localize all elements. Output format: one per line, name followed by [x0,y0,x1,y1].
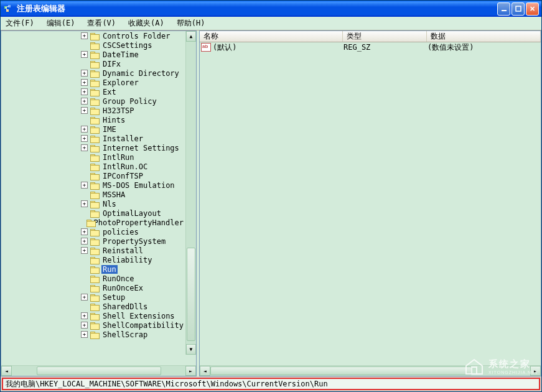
tree-item-label: H323TSP [101,106,136,115]
no-expander [81,60,88,67]
tree-item-label: ShellCompatibility [101,321,185,330]
scroll-left-arrow[interactable]: ◄ [1,366,12,376]
tree-item[interactable]: RunOnceEx [1,283,185,292]
tree-item[interactable]: +Internet Settings [1,143,185,152]
tree-vertical-scrollbar[interactable]: ▲ ▼ [185,31,196,355]
menu-help[interactable]: 帮助(H) [174,17,208,30]
tree-item[interactable]: +Explorer [1,78,185,87]
tree-item-label: MS-DOS Emulation [101,181,176,190]
column-type[interactable]: 类型 [343,31,427,42]
tree-item[interactable]: +Controls Folder [1,31,185,40]
expand-icon[interactable]: + [81,294,88,301]
close-button[interactable]: ✕ [526,2,539,16]
column-data[interactable]: 数据 [427,31,541,42]
tree-item[interactable]: IntlRun.OC [1,162,185,171]
tree-item[interactable]: +H323TSP [1,106,185,115]
scroll-left-arrow[interactable]: ◄ [200,366,210,376]
expand-icon[interactable]: + [81,107,88,114]
scroll-down-arrow[interactable]: ▼ [186,344,196,355]
tree-item[interactable]: Reliability [1,255,185,264]
minimize-button[interactable] [497,2,510,16]
tree-item-label: ShellScrap [101,330,149,339]
no-expander [81,266,88,273]
tree-item[interactable]: +Ext [1,87,185,96]
folder-icon [90,256,100,264]
tree-viewport[interactable]: +Controls FolderCSCSettings+DateTimeDIFx… [1,31,196,365]
scroll-right-arrow[interactable]: ► [530,366,541,376]
expand-icon[interactable]: + [81,200,88,207]
expand-icon[interactable]: + [81,51,88,58]
values-list[interactable]: (默认)REG_SZ(数值未设置) [200,42,541,365]
tree-item[interactable]: +DateTime [1,50,185,59]
menu-file[interactable]: 文件(F) [3,17,37,30]
tree-item[interactable]: +ShellScrap [1,330,185,339]
expand-icon[interactable]: + [81,238,88,245]
column-name[interactable]: 名称 [200,31,343,42]
tree-item[interactable]: +PropertySystem [1,236,185,246]
tree-item-label: MSSHA [101,190,126,199]
tree-item[interactable]: +Group Policy [1,96,185,106]
title-bar[interactable]: 注册表编辑器 ✕ [1,1,541,17]
folder-icon [90,135,100,142]
tree-item[interactable]: Run [1,264,185,274]
expand-icon[interactable]: + [81,144,88,151]
expand-icon[interactable]: + [81,322,88,329]
vscroll-thumb[interactable] [187,248,195,341]
tree-item[interactable]: +Nls [1,199,185,208]
folder-icon [90,144,100,152]
scroll-up-arrow[interactable]: ▲ [186,31,196,42]
menu-edit[interactable]: 编辑(E) [44,17,78,30]
tree-item[interactable]: IntlRun [1,152,185,162]
tree-item[interactable]: +policies [1,227,185,236]
tree-item[interactable]: +Reinstall [1,246,185,255]
tree-item-label: RunOnce [101,274,136,283]
expand-icon[interactable]: + [81,32,88,39]
svg-rect-5 [502,10,507,11]
expand-icon[interactable]: + [81,70,88,77]
tree-item[interactable]: +Shell Extensions [1,311,185,320]
tree-item[interactable]: +Dynamic Directory [1,68,185,78]
scroll-right-arrow[interactable]: ► [185,366,196,376]
hscroll-track[interactable] [210,366,530,376]
expand-icon[interactable]: + [81,228,88,235]
folder-icon [90,163,100,170]
maximize-button[interactable] [512,2,525,16]
hscroll-thumb[interactable] [37,366,161,375]
expand-icon[interactable]: + [81,98,88,105]
values-horizontal-scrollbar[interactable]: ◄ ► [200,365,541,376]
folder-icon [90,228,100,236]
tree-item[interactable]: IPConfTSP [1,171,185,180]
expand-icon[interactable]: + [81,135,88,142]
no-expander [81,172,88,179]
expand-icon[interactable]: + [81,88,88,95]
tree-item[interactable]: SharedDlls [1,302,185,311]
tree-item[interactable]: OptimalLayout [1,208,185,218]
no-expander [81,42,88,49]
expand-icon[interactable]: + [81,331,88,338]
folder-icon [90,210,100,217]
expand-icon[interactable]: + [81,312,88,319]
tree-item[interactable]: PhotoPropertyHandler [1,218,185,227]
expand-icon[interactable]: + [81,182,88,189]
tree-item[interactable]: +Setup [1,292,185,302]
hscroll-track[interactable] [12,366,185,376]
tree-item[interactable]: MSSHA [1,190,185,199]
expand-icon[interactable]: + [81,79,88,86]
tree-horizontal-scrollbar[interactable]: ◄ ► [1,365,196,376]
tree-item[interactable]: +MS-DOS Emulation [1,180,185,190]
value-type: REG_SZ [343,43,428,52]
tree-item[interactable]: +IME [1,124,185,134]
hscroll-thumb[interactable] [210,366,472,375]
tree-item[interactable]: CSCSettings [1,40,185,50]
value-row[interactable]: (默认)REG_SZ(数值未设置) [200,42,541,52]
tree-item[interactable]: Hints [1,115,185,124]
expand-icon[interactable]: + [81,126,88,133]
status-bar: 我的电脑\HKEY_LOCAL_MACHINE\SOFTWARE\Microso… [2,378,540,390]
tree-item[interactable]: DIFx [1,59,185,68]
menu-favorites[interactable]: 收藏夹(A) [126,17,167,30]
tree-item[interactable]: RunOnce [1,274,185,283]
tree-item[interactable]: +ShellCompatibility [1,320,185,330]
menu-view[interactable]: 查看(V) [85,17,118,30]
expand-icon[interactable]: + [81,247,88,254]
tree-item[interactable]: +Installer [1,134,185,143]
